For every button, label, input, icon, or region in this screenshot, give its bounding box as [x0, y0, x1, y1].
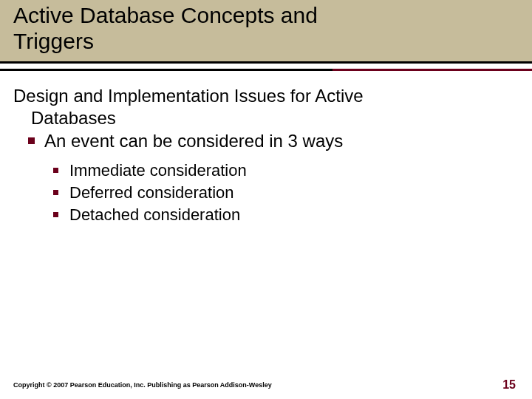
page-number: 15	[502, 378, 516, 392]
list-item: Detached consideration	[52, 204, 510, 226]
title-line2: Triggers	[13, 29, 94, 53]
list-item: Immediate consideration	[52, 160, 510, 182]
title-line1: Active Database Concepts and	[13, 3, 318, 27]
title-underline	[0, 61, 532, 72]
bullet-list-level2: Immediate consideration Deferred conside…	[13, 160, 510, 225]
slide-title: Active Database Concepts and Triggers	[13, 3, 532, 54]
list-item: An event can be considered in 3 ways	[27, 129, 510, 152]
bullet-text: An event can be considered in 3 ways	[44, 131, 343, 151]
section-heading-line2: Databases	[13, 107, 510, 129]
title-block: Active Database Concepts and Triggers	[0, 0, 532, 61]
section-heading: Design and Implementation Issues for Act…	[13, 85, 510, 129]
copyright-footer: Copyright © 2007 Pearson Education, Inc.…	[13, 381, 272, 389]
bullet-text: Deferred consideration	[69, 183, 234, 202]
content-area: Design and Implementation Issues for Act…	[0, 72, 532, 225]
list-item: Deferred consideration	[52, 182, 510, 204]
bullet-text: Immediate consideration	[69, 161, 247, 180]
bullet-list-level1: An event can be considered in 3 ways	[13, 129, 510, 152]
section-heading-line1: Design and Implementation Issues for Act…	[13, 86, 364, 106]
bullet-text: Detached consideration	[69, 205, 240, 224]
